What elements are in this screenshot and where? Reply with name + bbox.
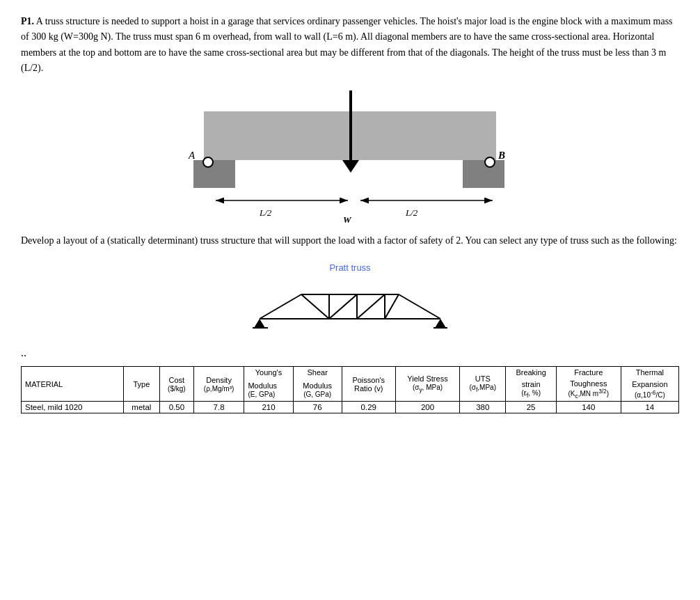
dim-label-w: W: [343, 214, 351, 226]
cell-poissons: 0.29: [342, 402, 395, 413]
col-cost: Cost($/kg): [159, 366, 193, 401]
col-shear-bottom: Modulus(G, GPa): [293, 378, 342, 402]
col-poissons: Poisson'sRatio (v): [342, 366, 395, 401]
problem-statement: P1. A truss structure is needed to suppo…: [21, 14, 679, 77]
pratt-truss-svg: [253, 277, 447, 333]
table-row: Steel, mild 1020 metal 0.50 7.8 210 76 0…: [22, 402, 679, 413]
cell-uts: 380: [460, 402, 506, 413]
pratt-label: Pratt truss: [329, 262, 370, 273]
cell-youngs: 210: [244, 402, 293, 413]
col-fracture-top: Fracture: [556, 366, 621, 378]
left-support: [193, 160, 235, 188]
svg-marker-13: [254, 319, 265, 328]
cell-yield: 200: [395, 402, 459, 413]
col-breaking-bottom: strain(εf, %): [506, 378, 557, 402]
col-breaking-top: Breaking: [506, 366, 557, 378]
col-type: Type: [123, 366, 159, 401]
label-b: B: [498, 150, 505, 161]
material-table: MATERIAL Type Cost($/kg) Density(ρ,Mg/m³…: [21, 366, 679, 413]
cell-thermal: 14: [621, 402, 678, 413]
diagram-container: A B: [21, 90, 679, 223]
svg-line-11: [357, 294, 385, 319]
svg-line-5: [399, 294, 440, 319]
col-youngs-top: Young's: [244, 366, 293, 378]
dim-arrow-left: [209, 194, 355, 207]
dim-label-left: L/2: [260, 207, 271, 219]
truss-diagram: A B: [162, 90, 538, 223]
problem-label: P1.: [21, 16, 34, 26]
cell-type: metal: [123, 402, 159, 413]
right-support: [463, 160, 504, 188]
col-youngs-bottom: Modulus(E, GPa): [244, 378, 293, 402]
load-arrow: [342, 160, 359, 173]
svg-marker-14: [435, 319, 446, 328]
svg-line-9: [301, 294, 329, 319]
truss-section: Pratt truss: [21, 262, 679, 333]
develop-text: Develop a layout of a (statically determ…: [21, 233, 679, 248]
col-shear-top: Shear: [293, 366, 342, 378]
table-header-row-1: MATERIAL Type Cost($/kg) Density(ρ,Mg/m³…: [22, 366, 679, 378]
svg-line-12: [385, 294, 399, 319]
cell-material: Steel, mild 1020: [22, 402, 124, 413]
cell-breaking: 25: [506, 402, 557, 413]
problem-text: A truss structure is needed to support a…: [21, 16, 673, 73]
cell-cost: 0.50: [159, 402, 193, 413]
point-a-circle: [202, 157, 214, 168]
col-material: MATERIAL: [22, 366, 124, 401]
svg-line-3: [260, 294, 301, 319]
dim-arrow-right: [353, 194, 500, 207]
load-line: [349, 90, 352, 167]
col-thermal-top: Thermal: [621, 366, 678, 378]
col-yield: Yield Stress(σy, MPa): [395, 366, 459, 401]
cell-density: 7.8: [193, 402, 244, 413]
col-thermal-bottom: Expansion(α,10-6/C): [621, 378, 678, 402]
col-density: Density(ρ,Mg/m³): [193, 366, 244, 401]
dots: ..: [21, 347, 679, 359]
col-toughness-bottom: Toughness(Kc,MN m3/2): [556, 378, 621, 402]
cell-shear: 76: [293, 402, 342, 413]
point-b-circle: [484, 157, 495, 168]
col-uts: UTS(σf,MPa): [460, 366, 506, 401]
svg-line-10: [329, 294, 357, 319]
cell-toughness: 140: [556, 402, 621, 413]
label-a: A: [189, 150, 195, 161]
dim-label-right: L/2: [406, 207, 417, 219]
